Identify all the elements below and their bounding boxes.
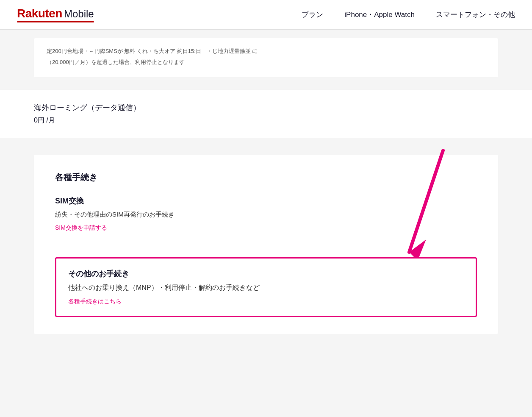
logo-mobile: Mobile <box>64 8 94 20</box>
procedures-header: 各種手続き <box>55 172 477 183</box>
sim-title: SIM交換 <box>55 196 477 206</box>
other-link[interactable]: 各種手続きはこちら <box>68 298 122 305</box>
other-title: その他のお手続き <box>68 269 464 279</box>
main-nav: プラン iPhone・Apple Watch スマートフォン・その他 <box>302 10 515 19</box>
procedures-section: 各種手続き SIM交換 紛失・その他理由のSIM再発行のお手続き SIM交換を申… <box>0 146 532 334</box>
nav-iphone-watch[interactable]: iPhone・Apple Watch <box>344 10 415 19</box>
other-procedures-box: その他のお手続き 他社へのお乗り換え（MNP）・利用停止・解約のお手続きなど 各… <box>55 257 477 317</box>
nav-plan[interactable]: プラン <box>302 10 323 19</box>
sim-link[interactable]: SIM交換を申請する <box>55 224 107 231</box>
top-text-line2: （20,000円／月）を超過した場合、利用停止となります <box>47 58 485 67</box>
logo[interactable]: Rakuten Mobile <box>17 7 94 22</box>
roaming-card: 海外ローミング（データ通信） 0円 /月 <box>0 90 532 138</box>
roaming-price: 0円 /月 <box>34 116 498 125</box>
sim-desc: 紛失・その他理由のSIM再発行のお手続き <box>55 209 477 220</box>
other-desc: 他社へのお乗り換え（MNP）・利用停止・解約のお手続きなど <box>68 282 464 293</box>
logo-rakuten: Rakuten <box>17 7 62 20</box>
main-content: 定200円台地場・～円際SMSが 無料 くれ・ち大オア 約日15:日 ・じ地力遅… <box>0 30 532 334</box>
logo-underline <box>17 21 94 22</box>
procedures-card: 各種手続き SIM交換 紛失・その他理由のSIM再発行のお手続き SIM交換を申… <box>34 155 498 334</box>
roaming-title: 海外ローミング（データ通信） <box>34 103 498 113</box>
top-text-line1: 定200円台地場・～円際SMSが 無料 くれ・ち大オア 約日15:日 ・じ地力遅… <box>47 47 485 56</box>
sim-section: SIM交換 紛失・その他理由のSIM再発行のお手続き SIM交換を申請する <box>55 196 477 245</box>
nav-smartphone[interactable]: スマートフォン・その他 <box>436 10 515 19</box>
top-info-section: 定200円台地場・～円際SMSが 無料 くれ・ち大オア 約日15:日 ・じ地力遅… <box>0 30 532 90</box>
site-header: Rakuten Mobile プラン iPhone・Apple Watch スマ… <box>0 0 532 30</box>
